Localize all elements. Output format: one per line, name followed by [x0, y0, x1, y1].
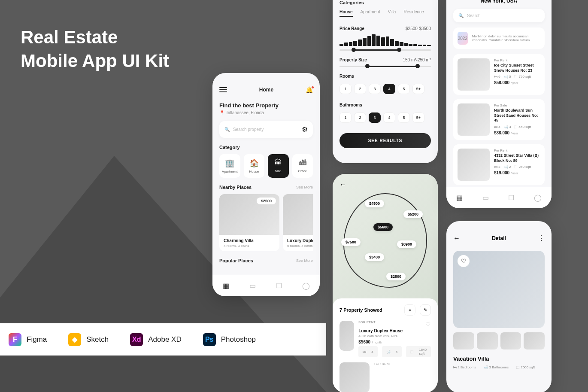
map-pin[interactable]: $5200	[403, 210, 423, 218]
nav-calendar-icon[interactable]: ▭	[482, 194, 489, 202]
detail-header: ← Detail ⋮	[446, 221, 552, 247]
chip[interactable]: 1	[339, 112, 352, 123]
baths-chips: 123455+	[333, 109, 438, 126]
nearby-row: $2500 Charming Villa4 rooms, 3 baths Lux…	[219, 194, 313, 251]
more-icon[interactable]: ⋮	[538, 234, 545, 242]
price-histogram	[333, 33, 438, 48]
figma-icon: F	[9, 333, 21, 346]
heart-icon[interactable]: ♡	[458, 255, 470, 267]
chip[interactable]: 3	[369, 84, 381, 94]
place-card[interactable]: Luxury Duplex Vil5 rooms, 4 baths	[283, 194, 313, 251]
sketch-icon: ◆	[68, 333, 81, 346]
chip[interactable]: 4	[383, 112, 395, 123]
nav-calendar-icon[interactable]: ▭	[249, 282, 256, 290]
search-placeholder: Search property	[233, 127, 264, 132]
tab-apartment[interactable]: Apartment	[361, 9, 380, 17]
nav-home-icon[interactable]: ▦	[223, 282, 229, 290]
slider-handle[interactable]	[397, 48, 401, 52]
tool-figma: FFigma	[9, 333, 47, 346]
hero-image: ♡	[453, 251, 545, 328]
promo-text: Morbi non dolor eu mauris accumsan venen…	[472, 34, 540, 42]
back-icon[interactable]: ←	[339, 181, 346, 188]
slider-handle[interactable]	[415, 64, 420, 68]
price-slider[interactable]	[339, 49, 431, 51]
tab-house[interactable]: House	[339, 9, 353, 17]
category-tabs: House Apartment Villa Residence	[333, 5, 438, 21]
listing-price: $19.000 / year	[494, 170, 540, 175]
property-card[interactable]: FOR RENT♡ Luxury Duplex House 4326 24th …	[339, 321, 431, 357]
cat-apartment[interactable]: 🏢Apartment	[219, 154, 240, 178]
nav-profile-icon[interactable]: ◯	[302, 282, 310, 290]
chip[interactable]: 5+	[412, 112, 424, 123]
chip[interactable]: 1	[339, 84, 352, 94]
chip[interactable]: 5+	[412, 84, 424, 94]
search-icon: 🔍	[458, 13, 464, 18]
back-icon[interactable]: ←	[453, 234, 460, 242]
heart-icon[interactable]: ♡	[425, 321, 431, 328]
menu-icon[interactable]	[219, 86, 227, 94]
thumbnail[interactable]	[477, 332, 498, 349]
baths-label: Bathrooms	[339, 103, 362, 107]
chip[interactable]: 2	[354, 112, 366, 123]
listing-card[interactable]: For Sale North Boulevard Sun Street Sand…	[453, 99, 545, 140]
size-slider[interactable]	[339, 66, 431, 67]
locate-icon[interactable]: ⌖	[404, 304, 415, 316]
cat-office[interactable]: 🏙Office	[292, 154, 313, 178]
listing-name: Ice City Sunset Street Snow Houses No: 2…	[494, 63, 540, 73]
bell-icon[interactable]: 🔔	[306, 86, 313, 93]
nav-home-icon[interactable]: ▦	[456, 194, 463, 202]
screen-title: Detail	[492, 235, 506, 241]
property-card[interactable]: FOR RENT	[339, 362, 431, 392]
bath-icon: 🛁	[384, 349, 393, 355]
listing-card[interactable]: For Rent 4332 Street Star Villa (B) Bloc…	[453, 144, 545, 185]
cat-villa[interactable]: 🏛Villa	[268, 154, 289, 178]
map-view[interactable]: ← $4500 $5200 $5600 $7500 $8900 $3400 $2…	[333, 174, 438, 307]
chip[interactable]: 5	[398, 112, 410, 123]
listing-stats: 🛏 4🛁 3⬚ 450 sqft	[494, 125, 540, 129]
thumbnail[interactable]	[500, 332, 521, 349]
see-results-button[interactable]: SEE RESULTS	[339, 133, 431, 148]
map-pin[interactable]: $2800	[386, 273, 406, 280]
map-pin[interactable]: $4500	[365, 200, 384, 207]
listing-image	[458, 58, 490, 91]
slider-handle[interactable]	[365, 64, 370, 68]
thumbnail[interactable]	[453, 332, 474, 349]
detail-stats: 🛏 2 Bedrooms 🛁 3 Bathrooms ⬚ 2600 sqft	[446, 364, 552, 371]
nav-bookmark-icon[interactable]: ☐	[276, 282, 282, 290]
price-badge: $2500	[257, 198, 276, 204]
property-count: 7 Property Showed	[339, 307, 382, 313]
chip[interactable]: 5	[398, 84, 410, 94]
phone-detail: ← Detail ⋮ ♡ Vacation Villa 🛏 2 Bedrooms…	[446, 221, 552, 392]
search-box[interactable]: 🔍Search property ⚙	[219, 121, 313, 138]
tab-residence[interactable]: Residence	[403, 9, 424, 17]
phone-list: New York, USA 🔍Search 2022 Morbi non dol…	[446, 0, 552, 208]
nav-bookmark-icon[interactable]: ☐	[508, 194, 514, 202]
map-pin-active[interactable]: $5600	[373, 223, 393, 231]
listing-stats: 🛏 6🛁 5⬚ 750 sqft	[494, 75, 540, 79]
promo-card[interactable]: 2022 Morbi non dolor eu mauris accumsan …	[453, 27, 545, 49]
map-pin[interactable]: $8900	[397, 240, 416, 248]
tab-villa[interactable]: Villa	[388, 9, 396, 17]
search-box[interactable]: 🔍Search	[453, 9, 545, 22]
map-pin[interactable]: $3400	[365, 253, 384, 261]
cat-house[interactable]: 🏠House	[244, 154, 265, 178]
thumbnail[interactable]	[524, 332, 545, 349]
chip[interactable]: 3	[369, 112, 381, 123]
slider-handle[interactable]	[352, 48, 356, 52]
place-card[interactable]: $2500 Charming Villa4 rooms, 3 baths	[219, 194, 279, 251]
filter-icon[interactable]: ⚙	[302, 125, 308, 134]
see-more-link[interactable]: See More	[296, 258, 313, 263]
nav-profile-icon[interactable]: ◯	[534, 194, 542, 202]
place-name: Luxury Duplex Vil	[287, 238, 313, 243]
see-more-link[interactable]: See More	[296, 185, 313, 189]
thumbnail-row	[446, 332, 552, 349]
title-line1: Real Estate	[21, 26, 169, 49]
edit-icon[interactable]: ✎	[420, 304, 431, 316]
listing-card[interactable]: For Rent Ice City Sunset Street Snow Hou…	[453, 54, 545, 95]
chip[interactable]: 2	[354, 84, 366, 94]
chip[interactable]: 4	[383, 84, 395, 94]
ps-icon: Ps	[203, 333, 216, 346]
stat-sqft: ⬚ 2600 sqft	[516, 365, 535, 369]
map-pin[interactable]: $7500	[341, 238, 361, 246]
category-label: Category	[219, 145, 313, 150]
